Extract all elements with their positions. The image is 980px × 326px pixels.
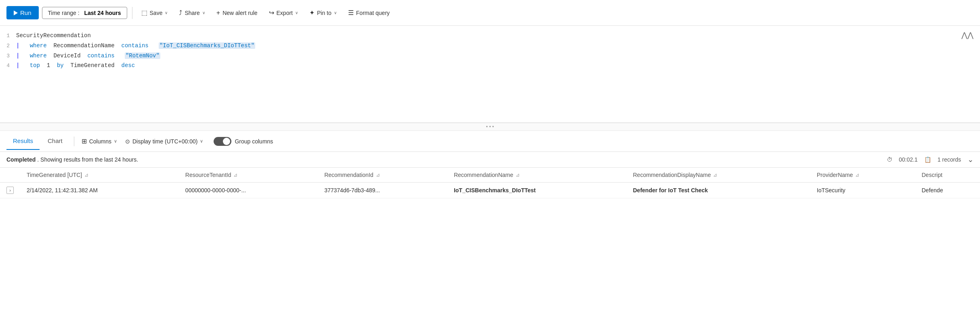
query-line-3: 3 | where DeviceId contains "RotemNov"	[0, 51, 980, 61]
th-description[interactable]: Descript	[915, 168, 980, 183]
table-row: › 2/14/2022, 11:42:31.382 AM 00000000-00…	[0, 183, 980, 198]
toolbar: Run Time range : Last 24 hours ⬚ Save ∨ …	[0, 0, 980, 26]
display-time-button[interactable]: ⊙ Display time (UTC+00:00) ∨	[121, 136, 207, 147]
td-description: Defende	[915, 183, 980, 198]
columns-button[interactable]: ⊞ Columns ∨	[78, 135, 121, 147]
th-resource-tenant-id[interactable]: ResourceTenantId ⊿	[179, 168, 318, 183]
query-line-2: 2 | where RecommendationName contains "I…	[0, 41, 980, 51]
save-chevron-icon: ∨	[165, 11, 168, 15]
line-content-1: SecurityRecommendation	[16, 31, 91, 40]
group-columns-toggle[interactable]: Group columns	[214, 137, 273, 146]
display-time-chevron-icon: ∨	[200, 139, 203, 144]
line-content-3: | where DeviceId contains "RotemNov"	[16, 51, 160, 60]
results-table: TimeGenerated [UTC] ⊿ ResourceTenantId ⊿…	[0, 168, 980, 198]
clock-icon: ⊙	[125, 138, 130, 145]
expand-results-button[interactable]: ⌄	[967, 155, 974, 164]
columns-chevron-icon: ∨	[114, 139, 117, 144]
query-line-4: 4 | top 1 by TimeGenerated desc	[0, 61, 980, 71]
td-recommendation-name: IoT_CISBenchmarks_DIoTTest	[447, 183, 627, 198]
pin-to-button[interactable]: ✦ Pin to ∨	[305, 6, 341, 19]
results-tabs: Results Chart ⊞ Columns ∨ ⊙ Display time…	[0, 131, 980, 152]
save-button[interactable]: ⬚ Save ∨	[137, 6, 172, 19]
filter-provider-icon[interactable]: ⊿	[855, 172, 859, 178]
share-icon: ⤴	[179, 9, 182, 17]
status-message: . Showing results from the last 24 hours…	[37, 156, 138, 163]
records-count: 1 records	[938, 156, 961, 163]
resize-handle[interactable]: • • •	[0, 123, 980, 131]
status-right: ⏱ 00:02.1 📋 1 records ⌄	[887, 155, 974, 164]
run-button[interactable]: Run	[6, 6, 39, 19]
tab-results[interactable]: Results	[6, 133, 40, 150]
line-num-3: 3	[0, 52, 16, 61]
td-recommendation-id: 377374d6-7db3-489...	[318, 183, 447, 198]
tab-chart[interactable]: Chart	[41, 133, 69, 150]
columns-grid-icon: ⊞	[82, 137, 87, 145]
group-columns-label: Group columns	[235, 138, 273, 145]
td-provider-name: IoTSecurity	[810, 183, 915, 198]
td-recommendation-display-name: Defender for IoT Test Check	[626, 183, 810, 198]
time-icon: ⏱	[887, 156, 892, 163]
play-icon	[14, 11, 18, 15]
status-bar: Completed . Showing results from the las…	[0, 152, 980, 168]
status-completed: Completed	[6, 156, 36, 163]
th-time-generated[interactable]: TimeGenerated [UTC] ⊿	[20, 168, 179, 183]
format-icon: ☰	[348, 9, 354, 17]
td-expand: ›	[0, 183, 20, 198]
table-header-row: TimeGenerated [UTC] ⊿ ResourceTenantId ⊿…	[0, 168, 980, 183]
th-expand	[0, 168, 20, 183]
results-area: Results Chart ⊞ Columns ∨ ⊙ Display time…	[0, 131, 980, 198]
line-num-4: 4	[0, 62, 16, 70]
toolbar-divider-1	[132, 7, 132, 19]
results-table-wrap: TimeGenerated [UTC] ⊿ ResourceTenantId ⊿…	[0, 168, 980, 198]
format-query-label: Format query	[356, 10, 390, 16]
line-content-4: | top 1 by TimeGenerated desc	[16, 61, 135, 70]
td-resource-tenant-id: 00000000-0000-0000-...	[179, 183, 318, 198]
pin-chevron-icon: ∨	[334, 11, 337, 15]
export-icon: ↪	[269, 9, 274, 17]
query-line-1: 1 SecurityRecommendation	[0, 31, 980, 41]
query-editor[interactable]: 1 SecurityRecommendation 2 | where Recom…	[0, 26, 980, 123]
pin-icon: ✦	[309, 9, 315, 17]
filter-rec-id-icon[interactable]: ⊿	[376, 172, 380, 178]
run-label: Run	[20, 9, 31, 16]
share-label: Share	[185, 10, 199, 16]
save-icon: ⬚	[141, 9, 147, 17]
toggle-thumb	[223, 138, 230, 145]
th-provider-name[interactable]: ProviderName ⊿	[810, 168, 915, 183]
export-button[interactable]: ↪ Export ∨	[265, 6, 302, 19]
filter-resource-icon[interactable]: ⊿	[233, 172, 237, 178]
resize-dots: • • •	[486, 124, 494, 130]
plus-icon: +	[216, 9, 220, 17]
new-alert-button[interactable]: + New alert rule	[212, 7, 262, 19]
th-recommendation-id[interactable]: RecommendationId ⊿	[318, 168, 447, 183]
filter-rec-name-icon[interactable]: ⊿	[516, 172, 520, 178]
td-time-generated: 2/14/2022, 11:42:31.382 AM	[20, 183, 179, 198]
share-chevron-icon: ∨	[202, 11, 205, 15]
toggle-track[interactable]	[214, 137, 231, 146]
time-range-value: Last 24 hours	[84, 10, 121, 16]
format-query-button[interactable]: ☰ Format query	[344, 6, 394, 19]
filter-time-icon[interactable]: ⊿	[84, 172, 88, 178]
line-num-1: 1	[0, 32, 16, 40]
new-alert-label: New alert rule	[222, 10, 257, 16]
query-time: 00:02.1	[899, 156, 918, 163]
th-recommendation-name[interactable]: RecommendationName ⊿	[447, 168, 627, 183]
th-recommendation-display-name[interactable]: RecommendationDisplayName ⊿	[626, 168, 810, 183]
pin-to-label: Pin to	[317, 10, 332, 16]
status-left: Completed . Showing results from the las…	[6, 156, 138, 163]
time-range-prefix: Time range :	[48, 10, 80, 16]
time-range-button[interactable]: Time range : Last 24 hours	[42, 7, 127, 19]
share-button[interactable]: ⤴ Share ∨	[175, 7, 209, 19]
tab-separator	[74, 137, 74, 146]
filter-display-name-icon[interactable]: ⊿	[713, 172, 717, 178]
export-chevron-icon: ∨	[295, 11, 298, 15]
export-label: Export	[277, 10, 293, 16]
records-icon: 📋	[924, 156, 931, 163]
line-num-2: 2	[0, 42, 16, 50]
collapse-editor-button[interactable]: ⋀⋀	[961, 31, 974, 40]
line-content-2: | where RecommendationName contains "IoT…	[16, 41, 255, 50]
row-expand-button[interactable]: ›	[6, 187, 14, 194]
save-label: Save	[150, 10, 163, 16]
